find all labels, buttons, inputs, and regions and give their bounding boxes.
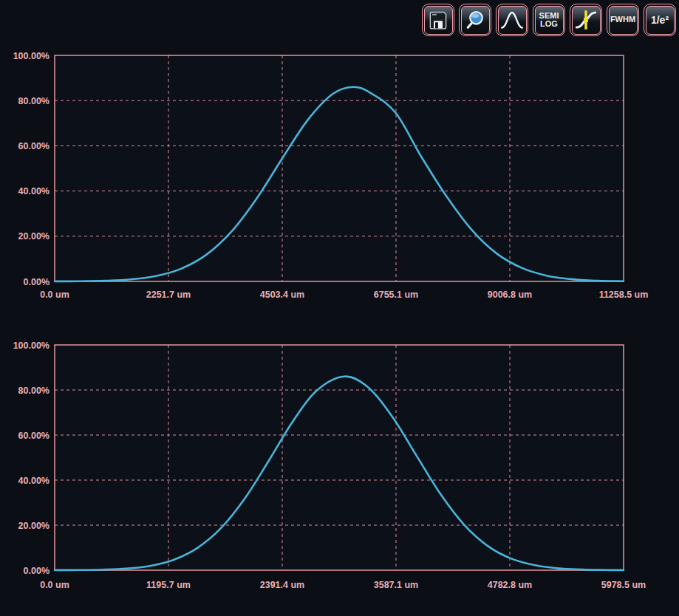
y-axis-tick-label: 20.00%	[18, 521, 50, 531]
x-axis-tick-label: 4503.4 um	[260, 290, 304, 300]
magnifier-icon	[464, 9, 486, 31]
inv-e-squared-button[interactable]: 1/e²	[644, 4, 676, 36]
y-axis-tick-label: 60.00%	[18, 141, 50, 151]
floppy-disk-icon	[427, 9, 449, 31]
semilog-button[interactable]: SEMI LOG	[533, 4, 565, 36]
y-axis-tick-label: 40.00%	[18, 476, 50, 486]
x-axis-tick-label: 3587.1 um	[374, 580, 418, 590]
semilog-button-label: SEMI LOG	[539, 12, 559, 29]
fwhm-button[interactable]: FWHM	[607, 4, 639, 36]
knife-edge-button-face	[572, 6, 601, 35]
y-axis-tick-label: 80.00%	[18, 386, 50, 396]
x-axis-tick-label: 6755.1 um	[374, 290, 418, 300]
fwhm-button-label: FWHM	[610, 16, 635, 24]
x-axis-tick-label: 0.0 um	[40, 580, 69, 590]
y-axis-tick-label: 60.00%	[18, 431, 50, 441]
save-button-face	[424, 6, 453, 35]
y-axis-tick-label: 0.00%	[24, 277, 50, 287]
save-button[interactable]	[422, 4, 454, 36]
x-axis-tick-label: 2391.4 um	[260, 580, 304, 590]
x-axis-tick-label: 4782.8 um	[488, 580, 532, 590]
x-axis-tick-label: 11258.5 um	[599, 290, 649, 300]
y-axis-tick-label: 80.00%	[18, 96, 50, 106]
x-axis-tick-label: 2251.7 um	[146, 290, 191, 300]
y-axis-tick-label: 100.00%	[13, 340, 50, 351]
knife-edge-button[interactable]	[570, 4, 602, 36]
knife-edge-curve-icon	[574, 8, 598, 32]
gaussian-fit-button-face	[498, 6, 527, 35]
y-axis-tick-label: 20.00%	[18, 231, 50, 242]
toolbar: SEMI LOG FWHM 1/e²	[422, 4, 676, 36]
fwhm-button-face: FWHM	[609, 6, 638, 35]
plot-area[interactable]	[55, 345, 624, 570]
y-axis-tick-label: 100.00%	[13, 51, 50, 61]
x-axis-tick-label: 0.0 um	[40, 290, 69, 300]
inv-e-squared-button-label: 1/e²	[651, 15, 669, 25]
zoom-button[interactable]	[459, 4, 491, 36]
x-axis-tick-label: 5978.5 um	[601, 580, 646, 590]
zoom-button-face	[461, 6, 490, 35]
bottom-profile-chart[interactable]: 100.00%80.00%60.00%40.00%20.00%0.00%0.0 …	[0, 332, 679, 598]
top-profile-chart[interactable]: 100.00%80.00%60.00%40.00%20.00%0.00%0.0 …	[0, 43, 679, 303]
gaussian-fit-button[interactable]	[496, 4, 528, 36]
x-axis-tick-label: 9006.8 um	[488, 290, 532, 300]
y-axis-tick-label: 0.00%	[24, 566, 50, 576]
gaussian-curve-icon	[500, 8, 524, 32]
semilog-button-face: SEMI LOG	[535, 6, 564, 35]
x-axis-tick-label: 1195.7 um	[146, 580, 191, 590]
y-axis-tick-label: 40.00%	[18, 186, 50, 196]
inv-e-squared-button-face: 1/e²	[646, 6, 675, 35]
